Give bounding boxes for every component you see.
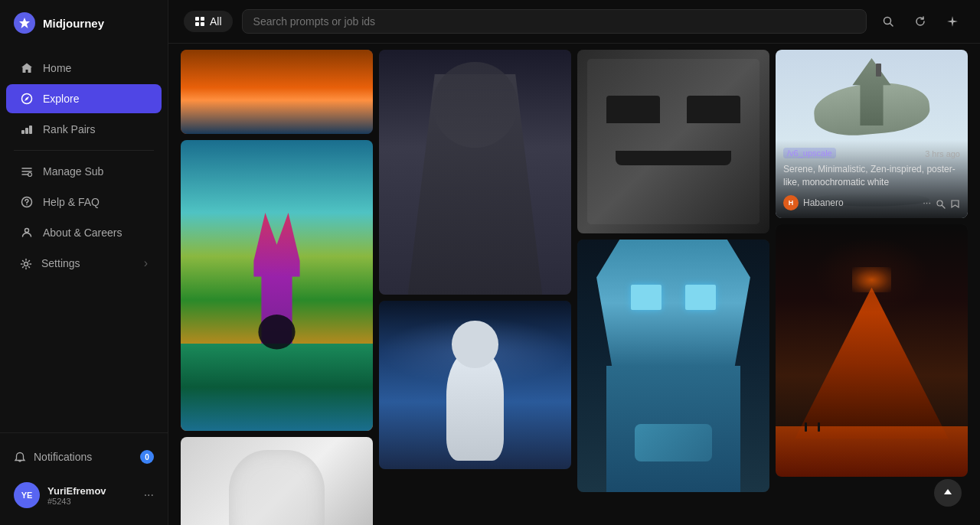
app-logo[interactable]: Midjourney (0, 0, 168, 46)
help-icon (20, 195, 34, 209)
sidebar-item-settings[interactable]: Settings › (6, 249, 162, 278)
sidebar-item-manage-sub[interactable]: Manage Sub (6, 157, 162, 186)
settings-icon (20, 256, 32, 269)
search-input[interactable] (242, 9, 867, 34)
scroll-to-top-button[interactable] (934, 479, 962, 507)
sidebar-item-home[interactable]: Home (6, 54, 162, 83)
gallery-item-floating-tree[interactable]: /v6_upscale 3 hrs ago Serene, Minimalist… (776, 50, 968, 218)
gallery-item-statue[interactable] (181, 437, 373, 525)
item-user-avatar: H (783, 195, 799, 210)
tab-all[interactable]: All (184, 11, 233, 32)
topbar-tabs: All (184, 11, 233, 32)
item-desc: Serene, Minimalistic, Zen-inspired, post… (783, 163, 960, 189)
item-time: 3 hrs ago (925, 149, 960, 158)
explore-icon (20, 92, 34, 106)
sidebar: Midjourney Home Explore (0, 0, 168, 525)
logo-icon (14, 12, 35, 34)
manage-icon (20, 165, 34, 178)
item-username: Habanero (803, 197, 918, 208)
svg-rect-13 (195, 22, 199, 26)
notifications-badge: 0 (140, 450, 154, 464)
sidebar-item-about-careers[interactable]: About & Careers (6, 218, 162, 247)
svg-point-7 (25, 229, 29, 233)
topbar-actions (876, 9, 965, 34)
sidebar-nav: Home Explore Rank Pairs (0, 46, 168, 432)
gallery-grid: /v6_upscale 3 hrs ago Serene, Minimalist… (181, 44, 968, 525)
main-content: All (168, 0, 980, 525)
gallery-item-overlay: /v6_upscale 3 hrs ago Serene, Minimalist… (776, 140, 968, 218)
sidebar-bottom: Notifications 0 YE YuriEfremov #5243 ··· (0, 432, 168, 525)
gallery-item-castle[interactable] (181, 140, 373, 431)
tab-all-label: All (210, 15, 222, 28)
user-profile[interactable]: YE YuriEfremov #5243 ··· (6, 474, 162, 516)
gallery-item-robot[interactable] (577, 240, 769, 492)
sidebar-item-help-faq-label: Help & FAQ (43, 196, 100, 208)
sidebar-item-home-label: Home (43, 62, 71, 74)
nav-divider (14, 150, 154, 151)
item-more-icon[interactable]: ··· (923, 197, 931, 208)
item-search-icon[interactable] (936, 197, 946, 208)
svg-text:YE: YE (21, 491, 33, 500)
sidebar-item-manage-sub-label: Manage Sub (43, 165, 103, 178)
user-name: YuriEfremov (47, 485, 136, 497)
rank-icon (20, 122, 34, 136)
item-bookmark-icon[interactable] (950, 197, 960, 208)
svg-rect-12 (201, 17, 204, 21)
refresh-button[interactable] (908, 9, 933, 34)
svg-line-18 (942, 205, 945, 208)
svg-rect-14 (201, 22, 204, 26)
user-id: #5243 (47, 497, 136, 506)
gallery-item-pyramid[interactable] (776, 224, 968, 477)
item-actions: ··· (923, 197, 960, 208)
gallery-item-astronaut[interactable] (379, 301, 571, 469)
svg-line-16 (890, 24, 893, 27)
about-icon (20, 226, 34, 240)
sparkle-button[interactable] (940, 9, 965, 34)
svg-rect-1 (21, 130, 24, 134)
gallery-item-top1[interactable] (181, 50, 373, 134)
svg-rect-11 (195, 17, 199, 21)
topbar: All (168, 0, 980, 44)
settings-left: Settings (20, 256, 80, 269)
app-name: Midjourney (43, 17, 104, 30)
sidebar-item-explore[interactable]: Explore (6, 84, 162, 113)
svg-point-8 (24, 262, 28, 266)
gallery-item-robed[interactable] (379, 50, 571, 295)
gallery-item-stone-face[interactable] (577, 50, 769, 233)
notifications-label: Notifications (34, 451, 92, 463)
sidebar-item-help-faq[interactable]: Help & FAQ (6, 188, 162, 217)
item-tag: /v6_upscale (783, 148, 836, 158)
svg-rect-2 (25, 128, 28, 134)
gallery: /v6_upscale 3 hrs ago Serene, Minimalist… (168, 44, 980, 525)
sidebar-item-rank-pairs[interactable]: Rank Pairs (6, 115, 162, 144)
user-info: YuriEfremov #5243 (47, 485, 136, 506)
notifications-icon (14, 450, 26, 463)
home-icon (20, 61, 34, 75)
svg-point-6 (26, 204, 28, 206)
user-more-button[interactable]: ··· (144, 488, 154, 502)
sidebar-item-settings-label: Settings (41, 257, 80, 269)
search-button[interactable] (876, 9, 900, 34)
sidebar-item-rank-pairs-label: Rank Pairs (43, 123, 95, 135)
svg-rect-3 (29, 126, 32, 134)
settings-chevron: › (144, 256, 148, 270)
item-footer: H Habanero ··· (783, 195, 960, 210)
sidebar-item-about-careers-label: About & Careers (43, 227, 122, 239)
user-avatar: YE (14, 482, 40, 508)
notifications-item[interactable]: Notifications 0 (6, 442, 162, 471)
sidebar-item-explore-label: Explore (43, 93, 79, 105)
